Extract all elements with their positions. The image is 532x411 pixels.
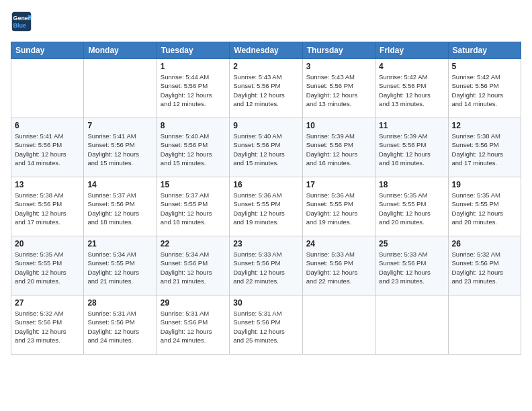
calendar-cell: 23Sunrise: 5:33 AM Sunset: 5:56 PM Dayli… xyxy=(230,236,302,295)
day-info: Sunrise: 5:34 AM Sunset: 5:56 PM Dayligh… xyxy=(161,250,226,285)
day-number: 9 xyxy=(233,121,298,130)
day-info: Sunrise: 5:33 AM Sunset: 5:56 PM Dayligh… xyxy=(233,250,298,285)
calendar-cell xyxy=(11,59,84,118)
calendar-cell: 25Sunrise: 5:33 AM Sunset: 5:56 PM Dayli… xyxy=(375,236,448,295)
weekday-header-friday: Friday xyxy=(375,42,448,59)
calendar-week-row: 1Sunrise: 5:44 AM Sunset: 5:56 PM Daylig… xyxy=(11,59,521,118)
weekday-header-tuesday: Tuesday xyxy=(157,42,229,59)
day-info: Sunrise: 5:37 AM Sunset: 5:55 PM Dayligh… xyxy=(161,191,226,226)
day-number: 8 xyxy=(161,121,226,130)
day-info: Sunrise: 5:34 AM Sunset: 5:55 PM Dayligh… xyxy=(87,250,152,285)
calendar-cell: 17Sunrise: 5:36 AM Sunset: 5:55 PM Dayli… xyxy=(302,177,375,236)
calendar-cell: 12Sunrise: 5:38 AM Sunset: 5:56 PM Dayli… xyxy=(448,118,521,177)
day-info: Sunrise: 5:37 AM Sunset: 5:56 PM Dayligh… xyxy=(87,191,152,226)
day-number: 11 xyxy=(379,121,444,130)
day-number: 28 xyxy=(87,298,152,308)
day-info: Sunrise: 5:32 AM Sunset: 5:56 PM Dayligh… xyxy=(452,250,517,285)
calendar-cell: 18Sunrise: 5:35 AM Sunset: 5:55 PM Dayli… xyxy=(375,177,448,236)
calendar-cell: 11Sunrise: 5:39 AM Sunset: 5:56 PM Dayli… xyxy=(375,118,448,177)
day-info: Sunrise: 5:41 AM Sunset: 5:56 PM Dayligh… xyxy=(15,132,80,167)
calendar-cell: 20Sunrise: 5:35 AM Sunset: 5:55 PM Dayli… xyxy=(11,236,84,295)
day-info: Sunrise: 5:33 AM Sunset: 5:56 PM Dayligh… xyxy=(306,250,371,285)
calendar-cell: 13Sunrise: 5:38 AM Sunset: 5:56 PM Dayli… xyxy=(11,177,84,236)
calendar-week-row: 6Sunrise: 5:41 AM Sunset: 5:56 PM Daylig… xyxy=(11,118,521,177)
day-info: Sunrise: 5:38 AM Sunset: 5:56 PM Dayligh… xyxy=(15,191,80,226)
calendar-cell: 28Sunrise: 5:31 AM Sunset: 5:56 PM Dayli… xyxy=(84,295,157,355)
day-number: 29 xyxy=(161,298,226,308)
calendar-cell: 2Sunrise: 5:43 AM Sunset: 5:56 PM Daylig… xyxy=(230,59,302,118)
day-info: Sunrise: 5:40 AM Sunset: 5:56 PM Dayligh… xyxy=(233,132,298,167)
calendar-week-row: 13Sunrise: 5:38 AM Sunset: 5:56 PM Dayli… xyxy=(11,177,521,236)
day-number: 15 xyxy=(161,180,226,189)
day-number: 17 xyxy=(306,180,371,189)
day-number: 5 xyxy=(452,62,517,71)
day-number: 12 xyxy=(452,121,517,130)
calendar-cell: 24Sunrise: 5:33 AM Sunset: 5:56 PM Dayli… xyxy=(302,236,375,295)
day-number: 2 xyxy=(233,62,298,71)
calendar-cell: 4Sunrise: 5:42 AM Sunset: 5:56 PM Daylig… xyxy=(375,59,448,118)
day-number: 4 xyxy=(379,62,444,71)
calendar-cell: 3Sunrise: 5:43 AM Sunset: 5:56 PM Daylig… xyxy=(302,59,375,118)
calendar-week-row: 27Sunrise: 5:32 AM Sunset: 5:56 PM Dayli… xyxy=(11,295,521,355)
logo-icon: General Blue xyxy=(11,11,32,32)
day-info: Sunrise: 5:31 AM Sunset: 5:56 PM Dayligh… xyxy=(87,309,152,345)
day-info: Sunrise: 5:43 AM Sunset: 5:56 PM Dayligh… xyxy=(306,73,371,108)
weekday-header-sunday: Sunday xyxy=(11,42,84,59)
calendar-cell: 9Sunrise: 5:40 AM Sunset: 5:56 PM Daylig… xyxy=(230,118,302,177)
calendar-cell: 29Sunrise: 5:31 AM Sunset: 5:56 PM Dayli… xyxy=(157,295,229,355)
day-info: Sunrise: 5:42 AM Sunset: 5:56 PM Dayligh… xyxy=(379,73,444,108)
day-number: 14 xyxy=(87,180,152,189)
day-number: 10 xyxy=(306,121,371,130)
calendar-cell: 10Sunrise: 5:39 AM Sunset: 5:56 PM Dayli… xyxy=(302,118,375,177)
calendar-cell: 27Sunrise: 5:32 AM Sunset: 5:56 PM Dayli… xyxy=(11,295,84,355)
weekday-header-thursday: Thursday xyxy=(302,42,375,59)
day-number: 30 xyxy=(233,298,298,308)
calendar-week-row: 20Sunrise: 5:35 AM Sunset: 5:55 PM Dayli… xyxy=(11,236,521,295)
day-number: 20 xyxy=(15,239,80,248)
day-info: Sunrise: 5:35 AM Sunset: 5:55 PM Dayligh… xyxy=(452,191,517,226)
day-number: 25 xyxy=(379,239,444,248)
calendar-header-row: SundayMondayTuesdayWednesdayThursdayFrid… xyxy=(11,42,521,59)
day-info: Sunrise: 5:43 AM Sunset: 5:56 PM Dayligh… xyxy=(233,73,298,108)
day-info: Sunrise: 5:35 AM Sunset: 5:55 PM Dayligh… xyxy=(379,191,444,226)
calendar-cell: 21Sunrise: 5:34 AM Sunset: 5:55 PM Dayli… xyxy=(84,236,157,295)
calendar-cell: 26Sunrise: 5:32 AM Sunset: 5:56 PM Dayli… xyxy=(448,236,521,295)
calendar-cell: 15Sunrise: 5:37 AM Sunset: 5:55 PM Dayli… xyxy=(157,177,229,236)
day-number: 1 xyxy=(161,62,226,71)
calendar-cell: 30Sunrise: 5:31 AM Sunset: 5:56 PM Dayli… xyxy=(230,295,302,355)
calendar-table: SundayMondayTuesdayWednesdayThursdayFrid… xyxy=(11,42,521,355)
day-number: 22 xyxy=(161,239,226,248)
day-info: Sunrise: 5:35 AM Sunset: 5:55 PM Dayligh… xyxy=(15,250,80,285)
day-number: 23 xyxy=(233,239,298,248)
day-number: 21 xyxy=(87,239,152,248)
day-info: Sunrise: 5:41 AM Sunset: 5:56 PM Dayligh… xyxy=(87,132,152,167)
day-number: 3 xyxy=(306,62,371,71)
calendar-cell xyxy=(375,295,448,355)
day-number: 26 xyxy=(452,239,517,248)
day-number: 13 xyxy=(15,180,80,189)
day-info: Sunrise: 5:36 AM Sunset: 5:55 PM Dayligh… xyxy=(306,191,371,226)
calendar-cell: 19Sunrise: 5:35 AM Sunset: 5:55 PM Dayli… xyxy=(448,177,521,236)
day-info: Sunrise: 5:39 AM Sunset: 5:56 PM Dayligh… xyxy=(306,132,371,167)
logo: General Blue xyxy=(11,11,35,32)
day-number: 24 xyxy=(306,239,371,248)
day-info: Sunrise: 5:32 AM Sunset: 5:56 PM Dayligh… xyxy=(15,309,80,345)
weekday-header-saturday: Saturday xyxy=(448,42,521,59)
day-info: Sunrise: 5:39 AM Sunset: 5:56 PM Dayligh… xyxy=(379,132,444,167)
page-header: General Blue xyxy=(11,11,521,32)
calendar-cell: 6Sunrise: 5:41 AM Sunset: 5:56 PM Daylig… xyxy=(11,118,84,177)
calendar-cell: 7Sunrise: 5:41 AM Sunset: 5:56 PM Daylig… xyxy=(84,118,157,177)
day-number: 6 xyxy=(15,121,80,130)
day-info: Sunrise: 5:44 AM Sunset: 5:56 PM Dayligh… xyxy=(161,73,226,108)
day-info: Sunrise: 5:31 AM Sunset: 5:56 PM Dayligh… xyxy=(233,309,298,345)
calendar-cell xyxy=(448,295,521,355)
calendar-cell: 16Sunrise: 5:36 AM Sunset: 5:55 PM Dayli… xyxy=(230,177,302,236)
calendar-cell xyxy=(84,59,157,118)
day-number: 19 xyxy=(452,180,517,189)
weekday-header-wednesday: Wednesday xyxy=(230,42,302,59)
calendar-cell: 8Sunrise: 5:40 AM Sunset: 5:56 PM Daylig… xyxy=(157,118,229,177)
day-info: Sunrise: 5:33 AM Sunset: 5:56 PM Dayligh… xyxy=(379,250,444,285)
calendar-cell: 5Sunrise: 5:42 AM Sunset: 5:56 PM Daylig… xyxy=(448,59,521,118)
weekday-header-monday: Monday xyxy=(84,42,157,59)
day-number: 16 xyxy=(233,180,298,189)
